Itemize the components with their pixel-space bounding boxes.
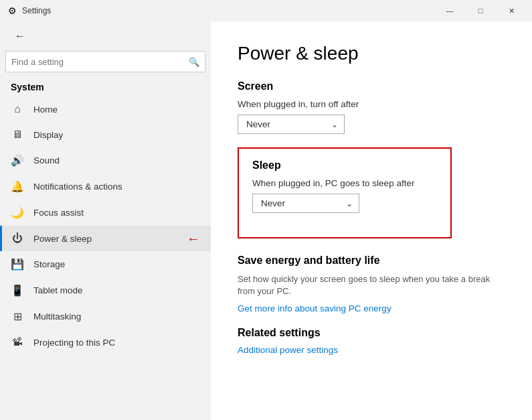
- sidebar-section-title: System: [0, 78, 211, 96]
- additional-power-settings-link[interactable]: Additional power settings: [238, 345, 338, 355]
- sleep-section: Sleep When plugged in, PC goes to sleep …: [238, 147, 452, 238]
- title-bar-title: Settings: [22, 6, 51, 15]
- screen-section-title: Screen: [238, 80, 505, 92]
- save-energy-title: Save energy and battery life: [238, 255, 505, 267]
- sidebar-item-tablet[interactable]: 📱 Tablet mode: [0, 277, 211, 303]
- sidebar-item-label: Home: [33, 104, 200, 115]
- active-arrow: ←: [187, 231, 200, 247]
- sleep-dropdown[interactable]: Never 1 minute 2 minutes 5 minutes 10 mi…: [252, 194, 359, 213]
- sidebar-item-label: Tablet mode: [33, 285, 200, 295]
- multitasking-icon: ⊞: [11, 310, 24, 323]
- minimize-button[interactable]: —: [434, 0, 465, 21]
- sidebar-item-home[interactable]: ⌂ Home: [0, 96, 211, 122]
- search-icon: 🔍: [189, 57, 199, 67]
- storage-icon: 💾: [11, 258, 24, 271]
- sidebar-top: ←: [0, 21, 211, 51]
- sidebar-item-sound[interactable]: 🔊 Sound: [0, 147, 211, 173]
- notifications-icon: 🔔: [11, 180, 24, 193]
- screen-dropdown-wrapper: Never 1 minute 2 minutes 5 minutes 10 mi…: [238, 115, 345, 134]
- sidebar-item-label: Power & sleep: [33, 234, 200, 244]
- back-button[interactable]: ←: [11, 27, 29, 46]
- sidebar-item-focus[interactable]: 🌙 Focus assist: [0, 200, 211, 226]
- screen-section: Screen When plugged in, turn off after N…: [238, 80, 505, 147]
- sound-icon: 🔊: [11, 154, 24, 167]
- sidebar-item-multitasking[interactable]: ⊞ Multitasking: [0, 303, 211, 330]
- sidebar-item-label: Notifications & actions: [33, 182, 200, 192]
- related-settings-section: Related settings Additional power settin…: [238, 327, 505, 355]
- screen-dropdown-label: When plugged in, turn off after: [238, 99, 505, 109]
- title-bar: ⚙ Settings — □ ✕: [0, 0, 532, 21]
- focus-icon: 🌙: [11, 206, 24, 219]
- sidebar-item-label: Sound: [33, 155, 200, 165]
- sidebar-item-projecting[interactable]: 📽 Projecting to this PC: [0, 330, 211, 355]
- sleep-dropdown-label: When plugged in, PC goes to sleep after: [252, 178, 437, 188]
- tablet-icon: 📱: [11, 284, 24, 297]
- search-box[interactable]: 🔍: [5, 51, 205, 72]
- save-energy-description: Set how quickly your screen goes to slee…: [238, 273, 505, 297]
- related-settings-title: Related settings: [238, 327, 505, 339]
- sidebar-item-label: Multitasking: [33, 311, 200, 322]
- sidebar-item-label: Display: [33, 130, 200, 140]
- sidebar-item-storage[interactable]: 💾 Storage: [0, 251, 211, 277]
- sidebar-item-notifications[interactable]: 🔔 Notifications & actions: [0, 173, 211, 200]
- page-title: Power & sleep: [238, 43, 505, 64]
- title-bar-controls: — □ ✕: [434, 0, 527, 21]
- screen-dropdown[interactable]: Never 1 minute 2 minutes 5 minutes 10 mi…: [238, 115, 345, 134]
- sidebar-item-label: Focus assist: [33, 208, 200, 218]
- app-body: ← 🔍 System ⌂ Home 🖥 Display 🔊 Sound 🔔 No…: [0, 21, 532, 420]
- search-input[interactable]: [11, 57, 189, 67]
- close-button[interactable]: ✕: [496, 0, 527, 21]
- save-energy-link[interactable]: Get more info about saving PC energy: [238, 303, 391, 313]
- power-icon: ⏻: [11, 232, 24, 244]
- sidebar-item-display[interactable]: 🖥 Display: [0, 122, 211, 147]
- home-icon: ⌂: [11, 103, 24, 115]
- sleep-section-title: Sleep: [252, 159, 437, 171]
- projecting-icon: 📽: [11, 336, 24, 348]
- title-bar-left: ⚙ Settings: [8, 5, 51, 16]
- sidebar: ← 🔍 System ⌂ Home 🖥 Display 🔊 Sound 🔔 No…: [0, 21, 211, 420]
- sidebar-item-label: Storage: [33, 259, 200, 269]
- display-icon: 🖥: [11, 129, 24, 141]
- sidebar-item-label: Projecting to this PC: [33, 338, 200, 348]
- settings-icon: ⚙: [8, 5, 17, 16]
- sleep-dropdown-wrapper: Never 1 minute 2 minutes 5 minutes 10 mi…: [252, 194, 359, 213]
- sidebar-item-power[interactable]: ⏻ Power & sleep ←: [0, 226, 211, 251]
- main-content: Power & sleep Screen When plugged in, tu…: [211, 21, 532, 420]
- save-energy-section: Save energy and battery life Set how qui…: [238, 255, 505, 313]
- maximize-button[interactable]: □: [465, 0, 496, 21]
